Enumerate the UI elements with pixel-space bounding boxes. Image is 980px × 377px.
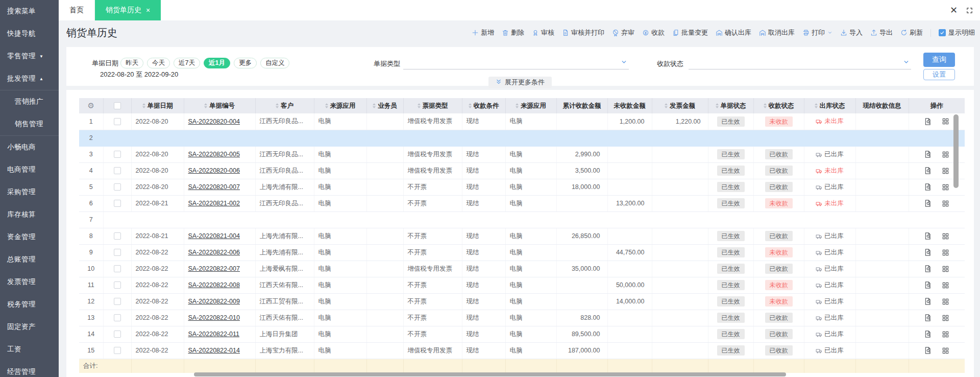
- grid-dots-icon[interactable]: [942, 281, 949, 289]
- table-row[interactable]: 102022-08-22SA-20220822-007上海爱枫有限...电脑增值…: [79, 261, 965, 277]
- order-link[interactable]: SA-20220821-004: [188, 232, 240, 240]
- row-checkbox[interactable]: [114, 249, 121, 256]
- sidebar-item-1[interactable]: 搜索菜单: [0, 0, 59, 22]
- sidebar-item-2[interactable]: 快捷导航: [0, 22, 59, 45]
- sidebar-item-7[interactable]: 小畅电商: [0, 136, 59, 158]
- grid-dots-icon[interactable]: [942, 232, 949, 240]
- table-row[interactable]: 2: [79, 130, 965, 146]
- table-row[interactable]: 92022-08-22SA-20220822-006上海先浦有限...电脑不开票…: [79, 244, 965, 261]
- order-link[interactable]: SA-20220822-011: [188, 331, 240, 338]
- toolbar-button-收款[interactable]: 收款: [642, 28, 665, 37]
- table-row[interactable]: 32022-08-20SA-20220820-005江西无印良品...电脑增值税…: [79, 146, 965, 162]
- doc-search-icon[interactable]: [924, 314, 932, 322]
- column-header-来源应用[interactable]: 来源应用: [505, 98, 556, 113]
- doc-search-icon[interactable]: [924, 281, 932, 289]
- date-pill-今天[interactable]: 今天: [147, 58, 170, 68]
- row-checkbox[interactable]: [114, 347, 121, 354]
- tab-2[interactable]: 销货单历史×: [95, 0, 161, 20]
- horizontal-scrollbar[interactable]: [194, 372, 786, 376]
- column-header-票据类型[interactable]: 票据类型: [403, 98, 462, 113]
- table-row[interactable]: 12022-08-20SA-20220820-004江西无印良品...电脑增值税…: [79, 113, 965, 130]
- doc-type-select[interactable]: [403, 54, 629, 69]
- show-detail-checkbox[interactable]: [939, 29, 946, 36]
- sidebar-item-13[interactable]: 发票管理: [0, 271, 59, 293]
- toolbar-button-取消出库[interactable]: 取消出库: [759, 28, 795, 37]
- order-link[interactable]: SA-20220822-007: [188, 265, 240, 272]
- column-header-客户[interactable]: 客户: [255, 98, 314, 113]
- doc-search-icon[interactable]: [924, 232, 932, 240]
- row-checkbox[interactable]: [114, 183, 121, 191]
- doc-search-icon[interactable]: [924, 248, 932, 256]
- column-header-收款条件[interactable]: 收款条件: [462, 98, 505, 113]
- sidebar-item-6[interactable]: 销售管理: [0, 113, 59, 135]
- doc-search-icon[interactable]: [924, 330, 932, 338]
- doc-search-icon[interactable]: [924, 150, 932, 158]
- doc-search-icon[interactable]: [924, 297, 932, 305]
- column-header-业务员[interactable]: 业务员: [366, 98, 403, 113]
- table-row[interactable]: 112022-08-22SA-20220822-008江西天佑有限...电脑不开…: [79, 277, 965, 293]
- order-link[interactable]: SA-20220820-006: [188, 167, 240, 174]
- grid-dots-icon[interactable]: [942, 183, 949, 191]
- query-button[interactable]: 查询: [923, 53, 955, 67]
- date-pill-自定义[interactable]: 自定义: [260, 58, 290, 68]
- doc-search-icon[interactable]: [924, 183, 932, 191]
- row-checkbox[interactable]: [114, 167, 121, 174]
- row-checkbox[interactable]: [114, 265, 121, 272]
- column-header-单据编号[interactable]: 单据编号: [184, 98, 255, 113]
- date-pill-近1月[interactable]: 近1月: [204, 58, 230, 68]
- table-row[interactable]: 122022-08-22SA-20220822-009江西工贸有限...电脑不开…: [79, 293, 965, 310]
- expand-more-button[interactable]: 展开更多条件: [488, 77, 552, 88]
- pay-status-select[interactable]: [689, 54, 911, 69]
- table-row[interactable]: 7: [79, 211, 965, 228]
- row-checkbox[interactable]: [114, 331, 121, 338]
- toolbar-button-导出[interactable]: 导出: [870, 28, 893, 37]
- sidebar-item-10[interactable]: 库存核算: [0, 203, 59, 226]
- column-header-收款状态[interactable]: 收款状态: [753, 98, 804, 113]
- grid-dots-icon[interactable]: [942, 314, 949, 322]
- doc-search-icon[interactable]: [924, 117, 932, 126]
- column-header-来源应用[interactable]: 来源应用: [314, 98, 366, 113]
- sidebar-item-16[interactable]: 工资: [0, 338, 59, 361]
- grid-dots-icon[interactable]: [942, 151, 949, 158]
- order-link[interactable]: SA-20220822-014: [188, 347, 240, 354]
- grid-dots-icon[interactable]: [942, 200, 949, 207]
- row-checkbox[interactable]: [114, 200, 121, 207]
- close-icon[interactable]: ✕: [950, 6, 958, 15]
- doc-search-icon[interactable]: [924, 265, 932, 273]
- settings-button[interactable]: 设置: [923, 69, 955, 80]
- tab-close-icon[interactable]: ×: [146, 7, 150, 14]
- sidebar-item-14[interactable]: 税务管理: [0, 293, 59, 316]
- table-row[interactable]: 152022-08-22SA-20220822-014上海宝力有限...电脑增值…: [79, 342, 965, 359]
- order-link[interactable]: SA-20220820-004: [188, 118, 240, 125]
- table-row[interactable]: 52022-08-20SA-20220820-007上海先浦有限...电脑不开票…: [79, 179, 965, 195]
- column-header-出库状态[interactable]: 出库状态: [804, 98, 855, 113]
- date-pill-近7天[interactable]: 近7天: [174, 58, 200, 68]
- vertical-scrollbar[interactable]: [953, 114, 959, 188]
- column-header-单据状态[interactable]: 单据状态: [708, 98, 753, 113]
- toolbar-button-弃审[interactable]: 弃审: [612, 28, 634, 37]
- order-link[interactable]: SA-20220822-009: [188, 298, 240, 305]
- row-checkbox[interactable]: [114, 118, 121, 125]
- date-pill-更多[interactable]: 更多: [234, 58, 257, 68]
- order-link[interactable]: SA-20220820-005: [188, 151, 240, 158]
- sidebar-item-3[interactable]: 零售管理▼: [0, 45, 59, 67]
- tab-1[interactable]: 首页: [59, 0, 95, 20]
- sidebar-item-12[interactable]: 总账管理: [0, 248, 59, 271]
- doc-search-icon[interactable]: [924, 199, 932, 207]
- date-pill-昨天[interactable]: 昨天: [120, 58, 143, 68]
- row-checkbox[interactable]: [114, 314, 121, 321]
- order-link[interactable]: SA-20220822-010: [188, 314, 240, 321]
- table-row[interactable]: 62022-08-21SA-20220821-002江西无印良品...电脑不开票…: [79, 195, 965, 211]
- toolbar-button-确认出库[interactable]: 确认出库: [716, 28, 751, 37]
- table-row[interactable]: 82022-08-21SA-20220821-004上海先浦有限...电脑不开票…: [79, 228, 965, 244]
- grid-dots-icon[interactable]: [942, 298, 949, 305]
- sidebar-item-9[interactable]: 采购管理: [0, 181, 59, 203]
- select-all-checkbox[interactable]: [114, 102, 121, 109]
- grid-dots-icon[interactable]: [942, 331, 949, 338]
- grid-dots-icon[interactable]: [942, 167, 949, 175]
- grid-dots-icon[interactable]: [942, 117, 949, 125]
- doc-search-icon[interactable]: [924, 167, 932, 175]
- row-checkbox[interactable]: [114, 151, 121, 158]
- gear-icon[interactable]: ⚙: [88, 101, 94, 110]
- toolbar-button-打印[interactable]: 打印: [802, 28, 832, 37]
